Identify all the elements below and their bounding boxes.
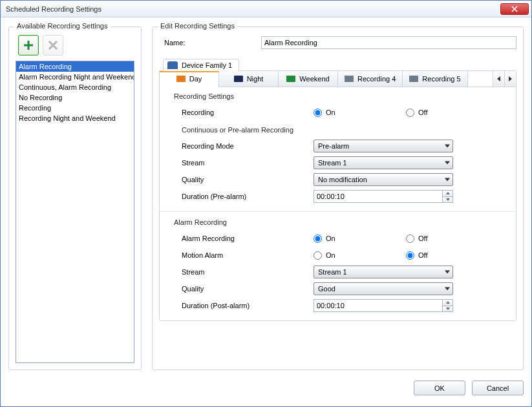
chevron-right-icon bbox=[509, 76, 512, 81]
chevron-left-icon bbox=[497, 76, 500, 81]
list-item[interactable]: Recording Night and Weekend bbox=[16, 113, 134, 123]
tabs-scroll-left[interactable] bbox=[493, 71, 504, 87]
delete-button[interactable] bbox=[43, 35, 63, 56]
duration-post-up[interactable] bbox=[443, 300, 452, 306]
alarm-off-radio[interactable]: Off bbox=[406, 235, 469, 243]
recording-mode-label: Recording Mode bbox=[182, 142, 314, 150]
duration-pre-up[interactable] bbox=[443, 191, 452, 197]
tab-recording-4[interactable]: Recording 4 bbox=[338, 71, 403, 87]
stream-label: Stream bbox=[182, 159, 314, 167]
alarm-recording-label: Alarm Recording bbox=[182, 235, 314, 242]
titlebar: Scheduled Recording Settings bbox=[1, 1, 531, 17]
close-button[interactable] bbox=[500, 3, 529, 15]
quality-select[interactable]: No modification bbox=[314, 173, 453, 186]
recording4-icon bbox=[345, 76, 354, 82]
chevron-down-icon bbox=[445, 271, 450, 274]
tab-recording4-label: Recording 4 bbox=[357, 75, 396, 83]
recording-body-panel: Day Night Weekend Recording 4 Recording … bbox=[159, 70, 516, 321]
name-input[interactable] bbox=[261, 36, 516, 49]
chevron-down-icon bbox=[445, 178, 450, 182]
device-family-tab[interactable]: Device Family 1 bbox=[163, 59, 239, 71]
quality2-value: Good bbox=[318, 285, 335, 293]
alarm-on-radio[interactable]: On bbox=[314, 235, 376, 243]
duration-pre-input[interactable] bbox=[314, 191, 442, 202]
x-icon bbox=[48, 40, 58, 50]
quality2-label: Quality bbox=[182, 285, 314, 293]
section-continuous: Continuous or Pre-alarm Recording bbox=[182, 125, 504, 138]
recording-mode-value: Pre-alarm bbox=[318, 142, 349, 150]
triangle-down-icon bbox=[446, 308, 450, 310]
ok-button[interactable]: OK bbox=[414, 381, 465, 395]
recording-off-radio[interactable]: Off bbox=[406, 109, 469, 117]
duration-post-label: Duration (Post-alarm) bbox=[182, 302, 314, 309]
tabs-scroll-right[interactable] bbox=[504, 71, 516, 87]
stream2-select[interactable]: Stream 1 bbox=[314, 266, 453, 278]
duration-pre-spinner[interactable] bbox=[314, 190, 453, 203]
day-icon bbox=[176, 76, 186, 82]
triangle-up-icon bbox=[446, 192, 450, 194]
on-label: On bbox=[326, 109, 335, 116]
tab-day-label: Day bbox=[189, 75, 202, 83]
list-item[interactable]: Continuous, Alarm Recording bbox=[16, 82, 134, 92]
duration-post-down[interactable] bbox=[443, 306, 452, 312]
tab-recording-5[interactable]: Recording 5 bbox=[403, 71, 467, 87]
available-settings-panel: Available Recording Settings Alarm Recor… bbox=[8, 26, 142, 370]
available-settings-title: Available Recording Settings bbox=[14, 22, 110, 30]
recording-mode-select[interactable]: Pre-alarm bbox=[314, 140, 453, 152]
dialog-footer: OK Cancel bbox=[1, 375, 531, 401]
chevron-down-icon bbox=[445, 145, 450, 148]
quality2-select[interactable]: Good bbox=[314, 282, 453, 295]
duration-post-input[interactable] bbox=[314, 300, 442, 311]
triangle-up-icon bbox=[446, 301, 450, 304]
list-item[interactable]: Alarm Recording Night and Weekend bbox=[16, 72, 134, 82]
cancel-button[interactable]: Cancel bbox=[472, 381, 524, 395]
tab-day[interactable]: Day bbox=[160, 71, 219, 87]
recording5-icon bbox=[409, 76, 418, 82]
recording-label: Recording bbox=[182, 109, 314, 116]
list-item[interactable]: Alarm Recording bbox=[16, 61, 134, 72]
weekend-icon bbox=[286, 76, 295, 82]
quality-value: No modification bbox=[318, 176, 367, 183]
window-title: Scheduled Recording Settings bbox=[6, 5, 500, 13]
add-button[interactable] bbox=[18, 35, 39, 56]
stream-value: Stream 1 bbox=[318, 159, 347, 167]
stream-select[interactable]: Stream 1 bbox=[314, 156, 453, 169]
edit-settings-title: Edit Recording Settings bbox=[158, 22, 237, 30]
night-icon bbox=[234, 76, 243, 82]
device-family-icon bbox=[167, 61, 178, 69]
chevron-down-icon bbox=[445, 287, 450, 291]
list-item[interactable]: No Recording bbox=[16, 92, 134, 103]
duration-pre-down[interactable] bbox=[443, 197, 452, 203]
name-label: Name: bbox=[164, 39, 261, 47]
recording-on-radio[interactable]: On bbox=[314, 109, 376, 117]
duration-post-spinner[interactable] bbox=[314, 299, 453, 312]
stream2-label: Stream bbox=[182, 268, 314, 276]
duration-pre-label: Duration (Pre-alarm) bbox=[182, 193, 314, 200]
on-label: On bbox=[326, 251, 335, 259]
tab-night[interactable]: Night bbox=[219, 71, 279, 87]
off-label: Off bbox=[418, 235, 427, 242]
quality-label: Quality bbox=[182, 176, 314, 183]
off-label: Off bbox=[418, 251, 427, 259]
tab-weekend[interactable]: Weekend bbox=[279, 71, 338, 87]
close-icon bbox=[511, 6, 518, 12]
on-label: On bbox=[326, 235, 335, 242]
section-alarm-recording: Alarm Recording bbox=[174, 217, 504, 230]
triangle-down-icon bbox=[446, 198, 450, 201]
recording-subtabs: Day Night Weekend Recording 4 Recording … bbox=[160, 71, 516, 87]
off-label: Off bbox=[418, 109, 427, 116]
stream2-value: Stream 1 bbox=[318, 268, 347, 276]
section-recording-settings: Recording Settings bbox=[174, 91, 504, 104]
device-family-label: Device Family 1 bbox=[182, 61, 232, 69]
tab-night-label: Night bbox=[247, 75, 264, 83]
motion-alarm-label: Motion Alarm bbox=[182, 251, 314, 259]
tab-recording5-label: Recording 5 bbox=[422, 75, 460, 83]
motion-off-radio[interactable]: Off bbox=[406, 251, 469, 260]
motion-on-radio[interactable]: On bbox=[314, 251, 376, 260]
chevron-down-icon bbox=[445, 162, 450, 165]
tab-weekend-label: Weekend bbox=[299, 75, 329, 83]
settings-listbox[interactable]: Alarm RecordingAlarm Recording Night and… bbox=[16, 61, 134, 363]
list-item[interactable]: Recording bbox=[16, 103, 134, 113]
edit-settings-panel: Edit Recording Settings Name: Device Fam… bbox=[152, 26, 524, 370]
divider bbox=[160, 211, 516, 212]
